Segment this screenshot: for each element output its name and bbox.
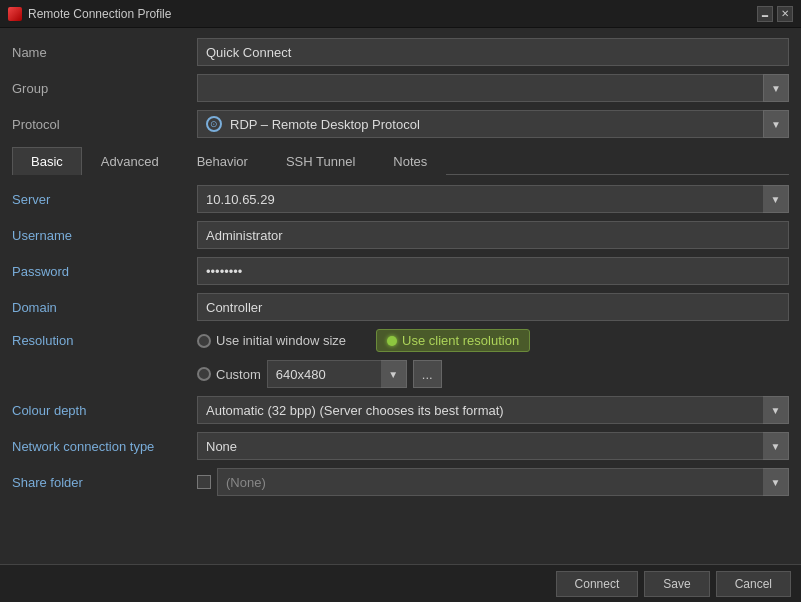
password-input[interactable] bbox=[197, 257, 789, 285]
network-select-wrapper: None ▼ bbox=[197, 432, 789, 460]
password-row: Password bbox=[12, 257, 789, 285]
share-folder-checkbox[interactable] bbox=[197, 475, 211, 489]
group-label: Group bbox=[12, 81, 197, 96]
network-row: Network connection type None ▼ bbox=[12, 432, 789, 460]
protocol-select-wrapper: ⊙ RDP – Remote Desktop Protocol ▼ bbox=[197, 110, 789, 138]
minimize-button[interactable]: 🗕 bbox=[757, 6, 773, 22]
resolution-initial-radio[interactable] bbox=[197, 334, 211, 348]
network-label: Network connection type bbox=[12, 439, 197, 454]
window-title: Remote Connection Profile bbox=[28, 7, 171, 21]
password-input-wrapper bbox=[197, 257, 789, 285]
server-label: Server bbox=[12, 192, 197, 207]
name-input[interactable] bbox=[197, 38, 789, 66]
domain-input[interactable] bbox=[197, 293, 789, 321]
colour-depth-select-wrapper: Automatic (32 bpp) (Server chooses its b… bbox=[197, 396, 789, 424]
protocol-dropdown-arrow[interactable]: ▼ bbox=[763, 110, 789, 138]
protocol-display[interactable]: ⊙ RDP – Remote Desktop Protocol bbox=[197, 110, 789, 138]
resolution-initial-option[interactable]: Use initial window size bbox=[197, 333, 346, 348]
password-label: Password bbox=[12, 264, 197, 279]
connect-button[interactable]: Connect bbox=[556, 571, 639, 597]
protocol-label: Protocol bbox=[12, 117, 197, 132]
group-dropdown-arrow[interactable]: ▼ bbox=[763, 74, 789, 102]
app-icon bbox=[8, 7, 22, 21]
share-folder-select[interactable]: (None) bbox=[217, 468, 789, 496]
resolution-custom-option[interactable]: Custom bbox=[197, 367, 261, 382]
tab-behavior[interactable]: Behavior bbox=[178, 147, 267, 175]
title-bar: Remote Connection Profile 🗕 ✕ bbox=[0, 0, 801, 28]
network-arrow[interactable]: ▼ bbox=[763, 432, 789, 460]
share-folder-arrow[interactable]: ▼ bbox=[763, 468, 789, 496]
close-button[interactable]: ✕ bbox=[777, 6, 793, 22]
resolution-custom-radio[interactable] bbox=[197, 367, 211, 381]
protocol-icon: ⊙ bbox=[206, 116, 222, 132]
resolution-label: Resolution bbox=[12, 333, 197, 348]
resolution-client-option[interactable]: Use client resolution bbox=[376, 329, 530, 352]
share-folder-label: Share folder bbox=[12, 475, 197, 490]
title-bar-left: Remote Connection Profile bbox=[8, 7, 171, 21]
resolution-custom-group: Custom 640x480 ▼ ... bbox=[197, 360, 442, 388]
server-row: Server ▼ bbox=[12, 185, 789, 213]
title-bar-buttons: 🗕 ✕ bbox=[757, 6, 793, 22]
colour-depth-arrow[interactable]: ▼ bbox=[763, 396, 789, 424]
tab-ssh-tunnel[interactable]: SSH Tunnel bbox=[267, 147, 374, 175]
share-folder-row: Share folder (None) ▼ bbox=[12, 468, 789, 496]
domain-label: Domain bbox=[12, 300, 197, 315]
resolution-custom-arrow[interactable]: ▼ bbox=[381, 360, 407, 388]
username-row: Username bbox=[12, 221, 789, 249]
group-input[interactable] bbox=[197, 74, 789, 102]
colour-depth-select[interactable]: Automatic (32 bpp) (Server chooses its b… bbox=[197, 396, 789, 424]
tab-content-basic: Server ▼ Username Password Domain bbox=[12, 185, 789, 496]
group-row: Group ▼ bbox=[12, 74, 789, 102]
tab-notes[interactable]: Notes bbox=[374, 147, 446, 175]
network-select[interactable]: None bbox=[197, 432, 789, 460]
domain-input-wrapper bbox=[197, 293, 789, 321]
username-input-wrapper bbox=[197, 221, 789, 249]
group-select-wrapper: ▼ bbox=[197, 74, 789, 102]
tab-advanced[interactable]: Advanced bbox=[82, 147, 178, 175]
resolution-initial-label: Use initial window size bbox=[216, 333, 346, 348]
bottom-bar: Connect Save Cancel bbox=[0, 564, 801, 602]
resolution-client-label: Use client resolution bbox=[402, 333, 519, 348]
tabs-bar: Basic Advanced Behavior SSH Tunnel Notes bbox=[12, 146, 789, 175]
name-label: Name bbox=[12, 45, 197, 60]
main-container: Name Group ▼ Protocol ⊙ RDP – Remote Des… bbox=[0, 28, 801, 512]
resolution-row: Resolution Use initial window size Use c… bbox=[12, 329, 789, 352]
colour-depth-label: Colour depth bbox=[12, 403, 197, 418]
save-button[interactable]: Save bbox=[644, 571, 709, 597]
colour-depth-row: Colour depth Automatic (32 bpp) (Server … bbox=[12, 396, 789, 424]
cancel-button[interactable]: Cancel bbox=[716, 571, 791, 597]
resolution-dots-button[interactable]: ... bbox=[413, 360, 442, 388]
share-folder-control: (None) ▼ bbox=[197, 468, 789, 496]
share-folder-select-wrapper: (None) ▼ bbox=[217, 468, 789, 496]
resolution-options: Use initial window size Use client resol… bbox=[197, 329, 789, 352]
domain-row: Domain bbox=[12, 293, 789, 321]
resolution-custom-row: Custom 640x480 ▼ ... bbox=[197, 360, 789, 388]
name-row: Name bbox=[12, 38, 789, 66]
protocol-row: Protocol ⊙ RDP – Remote Desktop Protocol… bbox=[12, 110, 789, 138]
server-input[interactable] bbox=[197, 185, 763, 213]
tab-basic[interactable]: Basic bbox=[12, 147, 82, 175]
username-label: Username bbox=[12, 228, 197, 243]
resolution-custom-label: Custom bbox=[216, 367, 261, 382]
resolution-client-dot bbox=[387, 336, 397, 346]
username-input[interactable] bbox=[197, 221, 789, 249]
resolution-custom-select-wrapper: 640x480 ▼ bbox=[267, 360, 407, 388]
server-dropdown-btn[interactable]: ▼ bbox=[763, 185, 789, 213]
protocol-value: RDP – Remote Desktop Protocol bbox=[230, 117, 420, 132]
server-input-wrapper: ▼ bbox=[197, 185, 789, 213]
